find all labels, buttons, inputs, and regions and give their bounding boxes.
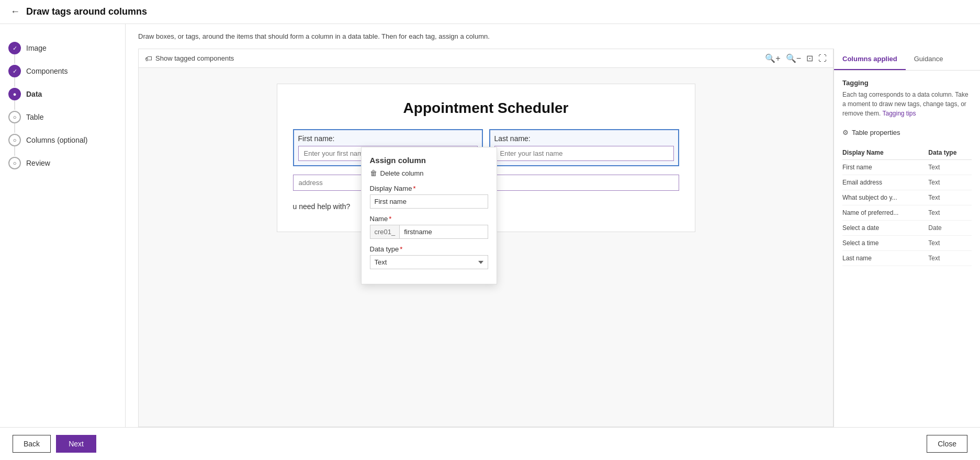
tab-columns-applied[interactable]: Columns applied (834, 49, 906, 70)
right-panel-tabs: Columns applied Guidance (834, 49, 980, 71)
bottom-left: Back Next (13, 435, 96, 453)
assign-popup: Assign column 🗑 Delete column Display Na… (361, 147, 497, 284)
first-name-label: First name: (298, 134, 478, 143)
tagged-col-lastname[interactable]: Last name: (489, 129, 679, 166)
sidebar-item-table[interactable]: ○ Table (8, 106, 117, 129)
bottom-bar: Back Next Close (0, 427, 980, 460)
name-row: cre01_ (370, 225, 488, 239)
last-name-input[interactable] (494, 146, 674, 161)
delete-column-button[interactable]: 🗑 Delete column (370, 169, 488, 177)
tagging-desc: Each tag corresponds to a data column. T… (842, 90, 972, 118)
col-name-cell: First name (842, 160, 928, 175)
top-back-arrow[interactable]: ← (10, 6, 20, 17)
content-area: Draw boxes, or tags, around the items th… (126, 24, 980, 427)
columns-table: Display Name Data type First nameTextEma… (842, 146, 972, 266)
table-row: What subject do y...Text (842, 190, 972, 205)
canvas-toolbar: 🏷 Show tagged components 🔍+ 🔍− ⊡ ⛶ (139, 49, 833, 68)
col-name-cell: What subject do y... (842, 190, 928, 205)
col-name-cell: Last name (842, 251, 928, 266)
sidebar-item-review[interactable]: ○ Review (8, 152, 117, 175)
assign-popup-title: Assign column (370, 156, 488, 165)
data-type-group: Data type* Text Number Date Boolean (370, 245, 488, 269)
col-name-cell: Select a time (842, 236, 928, 251)
col-type-cell: Text (928, 205, 972, 221)
name-prefix: cre01_ (370, 225, 400, 239)
step-circle-review: ○ (8, 157, 21, 169)
gear-icon: ⚙ (842, 129, 849, 136)
col-name-cell: Select a date (842, 221, 928, 236)
sidebar-item-columns[interactable]: ○ Columns (optional) (8, 129, 117, 152)
table-props-label: Table properties (852, 129, 900, 136)
tab-guidance[interactable]: Guidance (906, 49, 952, 70)
toolbar-right: 🔍+ 🔍− ⊡ ⛶ (765, 53, 827, 63)
canvas-scroll[interactable]: Appointment Scheduler First name: Last n… (139, 68, 833, 427)
step-label-data: Data (26, 90, 42, 98)
col-type-cell: Date (928, 221, 972, 236)
table-row: First nameText (842, 160, 972, 175)
fit-icon[interactable]: ⊡ (806, 53, 813, 63)
table-row: Name of preferred...Text (842, 205, 972, 221)
main-container: ✓ Image ✓ Components ● Data ○ Table ○ Co… (0, 24, 980, 427)
col-type-cell: Text (928, 160, 972, 175)
col-type-cell: Text (928, 251, 972, 266)
col-header-type: Data type (928, 146, 972, 160)
step-circle-components: ✓ (8, 65, 21, 77)
tagging-section: Tagging Each tag corresponds to a data c… (842, 79, 972, 118)
step-circle-columns: ○ (8, 134, 21, 146)
step-circle-table: ○ (8, 111, 21, 123)
canvas-wrapper: 🏷 Show tagged components 🔍+ 🔍− ⊡ ⛶ Appoi… (126, 49, 980, 427)
display-name-label: Display Name* (370, 185, 488, 192)
sidebar-item-image[interactable]: ✓ Image (8, 37, 117, 60)
step-label-review: Review (26, 159, 50, 167)
step-circle-image: ✓ (8, 42, 21, 54)
table-row: Last nameText (842, 251, 972, 266)
tagging-title: Tagging (842, 79, 972, 87)
table-row: Select a dateDate (842, 221, 972, 236)
col-name-cell: Email address (842, 175, 928, 190)
display-name-input[interactable] (370, 194, 488, 209)
step-circle-data: ● (8, 88, 21, 100)
step-label-components: Components (26, 67, 67, 75)
show-tagged-label[interactable]: Show tagged components (155, 54, 234, 62)
next-button[interactable]: Next (56, 435, 96, 453)
name-label: Name* (370, 215, 488, 223)
back-button[interactable]: Back (13, 435, 51, 453)
step-label-table: Table (26, 113, 43, 121)
step-label-image: Image (26, 44, 47, 52)
expand-icon[interactable]: ⛶ (818, 54, 827, 63)
right-panel-body: Tagging Each tag corresponds to a data c… (834, 71, 980, 427)
display-name-group: Display Name* (370, 185, 488, 209)
col-type-cell: Text (928, 236, 972, 251)
close-button[interactable]: Close (927, 435, 967, 453)
last-name-label: Last name: (494, 134, 674, 143)
table-properties-button[interactable]: ⚙ Table properties (842, 126, 972, 139)
data-type-label: Data type* (370, 245, 488, 253)
top-bar: ← Draw tags around columns (0, 0, 980, 24)
table-row: Select a timeText (842, 236, 972, 251)
page-title: Draw tags around columns (26, 6, 147, 17)
toolbar-left: 🏷 Show tagged components (145, 54, 234, 63)
data-type-select[interactable]: Text Number Date Boolean (370, 255, 488, 269)
trash-icon: 🗑 (370, 169, 377, 177)
sidebar-item-data[interactable]: ● Data (8, 83, 117, 106)
col-type-cell: Text (928, 190, 972, 205)
sidebar: ✓ Image ✓ Components ● Data ○ Table ○ Co… (0, 24, 126, 427)
form-preview: Appointment Scheduler First name: Last n… (277, 84, 695, 232)
canvas-panel: 🏷 Show tagged components 🔍+ 🔍− ⊡ ⛶ Appoi… (138, 49, 833, 427)
name-group: Name* cre01_ (370, 215, 488, 239)
step-label-columns: Columns (optional) (26, 136, 88, 144)
content-description: Draw boxes, or tags, around the items th… (126, 24, 980, 49)
zoom-in-icon[interactable]: 🔍+ (765, 53, 780, 63)
canvas-content: Appointment Scheduler First name: Last n… (139, 68, 833, 382)
delete-column-label: Delete column (380, 169, 424, 177)
zoom-out-icon[interactable]: 🔍− (786, 53, 801, 63)
right-panel: Columns applied Guidance Tagging Each ta… (833, 49, 980, 427)
sidebar-item-components[interactable]: ✓ Components (8, 60, 117, 83)
form-title: Appointment Scheduler (293, 100, 679, 117)
tag-icon: 🏷 (145, 54, 152, 63)
tagging-tips-link[interactable]: Tagging tips (882, 110, 916, 117)
table-row: Email addressText (842, 175, 972, 190)
name-input[interactable] (399, 225, 488, 239)
col-type-cell: Text (928, 175, 972, 190)
col-name-cell: Name of preferred... (842, 205, 928, 221)
